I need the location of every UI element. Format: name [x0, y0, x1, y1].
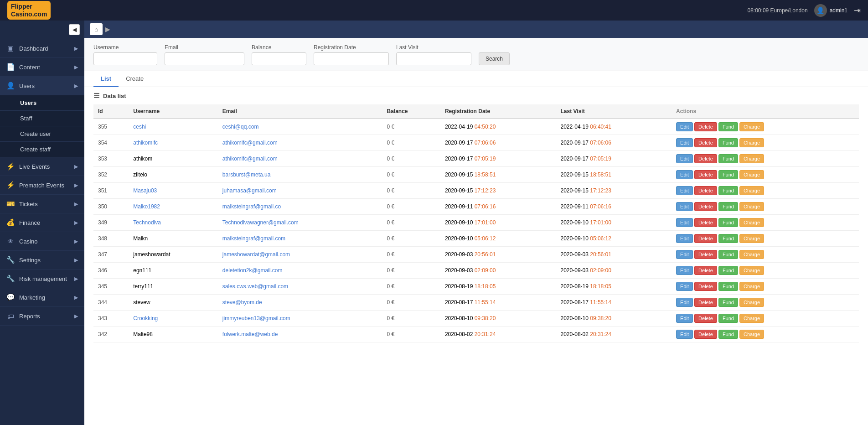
fund-button[interactable]: Fund — [718, 154, 738, 163]
logout-icon[interactable]: ⇥ — [854, 5, 861, 16]
delete-button[interactable]: Delete — [694, 122, 717, 131]
charge-button[interactable]: Charge — [739, 314, 764, 323]
edit-button[interactable]: Edit — [676, 298, 693, 307]
charge-button[interactable]: Charge — [739, 330, 764, 339]
regdate-input[interactable] — [314, 52, 389, 65]
cell-username[interactable]: ceshi — [129, 119, 218, 135]
sidebar-item-live-events[interactable]: ⚡ Live Events ▶ — [0, 157, 84, 176]
charge-button[interactable]: Charge — [739, 186, 764, 195]
sidebar-item-settings[interactable]: 🔧 Settings ▶ — [0, 251, 84, 270]
delete-button[interactable]: Delete — [694, 186, 717, 195]
col-header-actions: Actions — [672, 104, 859, 119]
edit-button[interactable]: Edit — [676, 202, 693, 211]
cell-username[interactable]: Technodiva — [129, 215, 218, 231]
fund-button[interactable]: Fund — [718, 250, 738, 259]
fund-button[interactable]: Fund — [718, 234, 738, 243]
cell-username[interactable]: Maiko1982 — [129, 199, 218, 215]
sidebar-sub-staff[interactable]: Staff — [0, 111, 84, 126]
cell-actions: EditDeleteFundCharge — [672, 247, 859, 263]
sidebar-item-content[interactable]: 📄 Content ▶ — [0, 58, 84, 77]
edit-button[interactable]: Edit — [676, 282, 693, 291]
charge-button[interactable]: Charge — [739, 170, 764, 179]
charge-button[interactable]: Charge — [739, 202, 764, 211]
charge-button[interactable]: Charge — [739, 250, 764, 259]
delete-button[interactable]: Delete — [694, 154, 717, 163]
topbar: Flipper Casino.com 08:00:09 Europe/Londo… — [0, 0, 868, 21]
charge-button[interactable]: Charge — [739, 298, 764, 307]
fund-button[interactable]: Fund — [718, 186, 738, 195]
cell-email: athikomlfc@gmail.com — [218, 135, 382, 151]
delete-button[interactable]: Delete — [694, 250, 717, 259]
sidebar-toggle-button[interactable]: ◀ — [69, 24, 80, 35]
edit-button[interactable]: Edit — [676, 330, 693, 339]
breadcrumb-home-button[interactable]: ⌂ — [90, 23, 103, 35]
search-button[interactable]: Search — [479, 52, 510, 65]
edit-button[interactable]: Edit — [676, 138, 693, 147]
fund-button[interactable]: Fund — [718, 298, 738, 307]
sidebar-item-dashboard[interactable]: ▣ Dashboard ▶ — [0, 39, 84, 58]
delete-button[interactable]: Delete — [694, 138, 717, 147]
edit-button[interactable]: Edit — [676, 234, 693, 243]
sidebar-item-casino[interactable]: 👁 Casino ▶ — [0, 232, 84, 251]
delete-button[interactable]: Delete — [694, 234, 717, 243]
sidebar-sub-create-staff[interactable]: Create staff — [0, 142, 84, 157]
lastvisit-label: Last Visit — [396, 44, 471, 51]
cell-username[interactable]: athikomlfc — [129, 135, 218, 151]
cell-username[interactable]: Masaju03 — [129, 183, 218, 199]
email-input[interactable] — [165, 52, 244, 65]
fund-button[interactable]: Fund — [718, 266, 738, 275]
sidebar-item-finance[interactable]: 💰 Finance ▶ — [0, 213, 84, 232]
tab-list[interactable]: List — [93, 71, 119, 87]
delete-button[interactable]: Delete — [694, 218, 717, 227]
delete-button[interactable]: Delete — [694, 282, 717, 291]
delete-button[interactable]: Delete — [694, 330, 717, 339]
sidebar-item-tickets[interactable]: 🎫 Tickets ▶ — [0, 195, 84, 213]
sidebar-item-risk-management[interactable]: 🔧 Risk management ▶ — [0, 270, 84, 288]
charge-button[interactable]: Charge — [739, 122, 764, 131]
email-label: Email — [165, 44, 244, 51]
delete-button[interactable]: Delete — [694, 202, 717, 211]
username-input[interactable] — [93, 52, 157, 65]
edit-button[interactable]: Edit — [676, 250, 693, 259]
delete-button[interactable]: Delete — [694, 266, 717, 275]
fund-button[interactable]: Fund — [718, 282, 738, 291]
fund-button[interactable]: Fund — [718, 330, 738, 339]
cell-lastvisit: 2020-08-17 11:55:14 — [556, 295, 672, 311]
delete-button[interactable]: Delete — [694, 170, 717, 179]
tab-create[interactable]: Create — [119, 71, 151, 87]
edit-button[interactable]: Edit — [676, 170, 693, 179]
edit-button[interactable]: Edit — [676, 266, 693, 275]
charge-button[interactable]: Charge — [739, 138, 764, 147]
fund-button[interactable]: Fund — [718, 314, 738, 323]
delete-button[interactable]: Delete — [694, 298, 717, 307]
lastvisit-input[interactable] — [396, 52, 471, 65]
edit-button[interactable]: Edit — [676, 218, 693, 227]
charge-button[interactable]: Charge — [739, 154, 764, 163]
fund-button[interactable]: Fund — [718, 170, 738, 179]
sidebar-label-content: Content — [19, 64, 40, 71]
charge-button[interactable]: Charge — [739, 234, 764, 243]
edit-button[interactable]: Edit — [676, 314, 693, 323]
sidebar-sub-users[interactable]: Users — [0, 95, 84, 111]
charge-button[interactable]: Charge — [739, 218, 764, 227]
chevron-right-icon: ▶ — [74, 220, 78, 226]
sidebar-item-prematch-events[interactable]: ⚡ Prematch Events ▶ — [0, 176, 84, 195]
edit-button[interactable]: Edit — [676, 122, 693, 131]
delete-button[interactable]: Delete — [694, 314, 717, 323]
balance-input[interactable] — [252, 52, 306, 65]
fund-button[interactable]: Fund — [718, 138, 738, 147]
edit-button[interactable]: Edit — [676, 154, 693, 163]
cell-actions: EditDeleteFundCharge — [672, 135, 859, 151]
sidebar-item-users[interactable]: 👤 Users ▶ — [0, 77, 84, 95]
edit-button[interactable]: Edit — [676, 186, 693, 195]
sidebar-sub-create-user[interactable]: Create user — [0, 126, 84, 142]
fund-button[interactable]: Fund — [718, 218, 738, 227]
sidebar-item-reports[interactable]: 🏷 Reports ▶ — [0, 307, 84, 326]
fund-button[interactable]: Fund — [718, 202, 738, 211]
charge-button[interactable]: Charge — [739, 266, 764, 275]
cell-regdate: 2020-09-10 05:06:12 — [440, 231, 556, 247]
cell-username[interactable]: Crookking — [129, 311, 218, 327]
sidebar-item-marketing[interactable]: 💬 Marketing ▶ — [0, 288, 84, 307]
fund-button[interactable]: Fund — [718, 122, 738, 131]
charge-button[interactable]: Charge — [739, 282, 764, 291]
